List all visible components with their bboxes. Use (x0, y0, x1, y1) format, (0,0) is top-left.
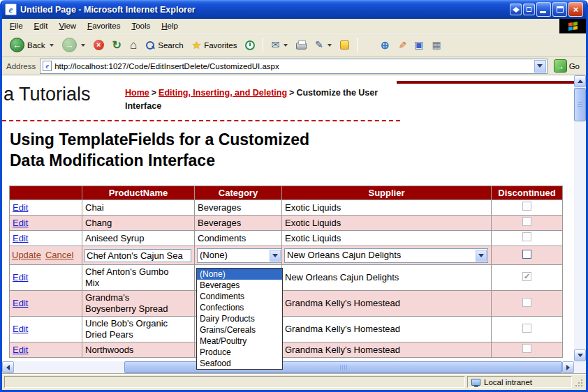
select-arrow-button[interactable] (476, 250, 487, 262)
minimize-button[interactable] (536, 2, 551, 17)
resize-grip[interactable] (574, 375, 584, 389)
arrow-right-icon (516, 7, 520, 13)
dropdown-option[interactable]: Condiments (197, 291, 282, 302)
select-arrow-button[interactable] (270, 250, 281, 262)
edit-link[interactable]: Edit (13, 298, 28, 308)
breadcrumb-home-link[interactable]: Home (125, 88, 149, 98)
address-label: Address (6, 62, 36, 70)
title-nav-arrows-button[interactable] (510, 3, 522, 15)
mail-button[interactable]: ✉ (267, 38, 291, 52)
scrollbar-corner (574, 361, 586, 373)
local-intranet-icon (471, 379, 480, 386)
mail-icon: ✉ (271, 40, 279, 50)
home-button[interactable]: ⌂ (126, 38, 140, 52)
forward-dropdown-icon (81, 44, 85, 47)
product-cell: Grandma's Boysenberry Spread (82, 291, 195, 317)
messenger-button[interactable] (337, 38, 353, 52)
edit-link[interactable]: Edit (13, 233, 28, 243)
maximize-icon (557, 6, 564, 13)
dropdown-option[interactable]: Seafood (197, 358, 282, 369)
scroll-left-button[interactable] (2, 361, 14, 373)
dropdown-option[interactable]: Meat/Poultry (197, 336, 282, 347)
print-button[interactable] (293, 38, 310, 52)
toolbar-extra-2-button[interactable]: ✎ (395, 38, 410, 52)
history-button[interactable] (242, 38, 258, 52)
refresh-button[interactable]: ↻ (109, 38, 125, 52)
product-name-input[interactable]: Chef Anton's Cajun Sea (84, 249, 191, 262)
supplier-select[interactable]: New Orleans Cajun Delights (284, 248, 488, 263)
title-bar[interactable]: e Untitled Page - Microsoft Internet Exp… (0, 0, 588, 19)
table-row: Edit Grandma's Boysenberry Spread Grandm… (10, 291, 563, 317)
discontinued-checkbox (522, 217, 531, 226)
search-button[interactable]: Search (142, 38, 186, 52)
edit-link[interactable]: Edit (13, 272, 28, 282)
dropdown-option[interactable]: Dairy Products (197, 313, 282, 324)
back-icon: ← (10, 38, 24, 52)
dropdown-option[interactable]: Confections (197, 302, 282, 313)
discontinued-checkbox[interactable] (522, 250, 531, 259)
menu-file[interactable]: File (4, 20, 29, 32)
window-controls: × (510, 2, 583, 17)
edit-link[interactable]: Edit (13, 345, 28, 355)
scroll-down-button[interactable] (574, 349, 586, 361)
back-label: Back (27, 41, 45, 50)
forward-button[interactable]: → (59, 36, 89, 54)
toolbar-extra-3-button[interactable]: ▣ (411, 38, 427, 52)
address-input[interactable]: e http://localhost:1027/Code/EditInsertD… (40, 59, 547, 74)
table-row: Edit Chef Anton's Gumbo Mix New Orleans … (10, 265, 563, 291)
horizontal-scroll-thumb[interactable] (124, 361, 562, 373)
table-row: Edit Uncle Bob's Organic Dried Pears Gra… (10, 317, 563, 342)
edit-link[interactable]: Edit (13, 324, 28, 334)
product-cell: Chang (82, 216, 195, 231)
site-banner: a Tutorials (3, 84, 91, 105)
arrow-down-icon (578, 354, 583, 357)
edit-link[interactable]: Edit (13, 202, 28, 213)
header-rule (397, 81, 574, 84)
address-dropdown-button[interactable] (534, 60, 546, 73)
menu-help[interactable]: Help (156, 20, 184, 32)
breadcrumb: Home>Editing, Inserting, and Deleting>Cu… (125, 86, 404, 114)
edit-link[interactable]: Edit (13, 218, 28, 228)
refresh-icon: ↻ (112, 40, 122, 50)
vertical-scroll-thumb[interactable] (574, 88, 586, 121)
status-message-pane (4, 376, 465, 388)
scroll-up-button[interactable] (574, 75, 586, 87)
close-button[interactable]: × (568, 2, 583, 17)
cancel-link[interactable]: Cancel (45, 250, 73, 260)
menu-view[interactable]: View (53, 20, 82, 32)
dropdown-option[interactable]: (None) (197, 269, 282, 280)
maximize-button[interactable] (552, 2, 567, 17)
update-link[interactable]: Update (12, 250, 41, 260)
menu-tools[interactable]: Tools (126, 20, 156, 32)
table-row: Edit Chai Beverages Exotic Liquids (10, 200, 563, 216)
category-dropdown-list: (None) Beverages Condiments Confections … (196, 268, 283, 370)
edit-button[interactable]: ✎ (311, 38, 335, 52)
arrow-right-icon (566, 365, 570, 370)
header-action (10, 186, 82, 200)
favorites-button[interactable]: ★ Favorites (189, 38, 241, 52)
category-cell: Condiments (195, 231, 282, 246)
category-select[interactable]: (None) (197, 248, 282, 263)
dropdown-option[interactable]: Produce (197, 347, 282, 358)
menu-favorites[interactable]: Favorites (82, 20, 126, 32)
horizontal-scrollbar[interactable] (2, 361, 574, 373)
dropdown-option[interactable]: Beverages (197, 280, 282, 291)
dropdown-option[interactable]: Grains/Cereals (197, 324, 282, 336)
search-icon (145, 40, 155, 50)
table-row: Edit Northwoods Grandma Kelly's Homestea… (10, 342, 563, 358)
chevron-down-icon (478, 254, 484, 257)
breadcrumb-section-link[interactable]: Editing, Inserting, and Deleting (159, 88, 287, 98)
grid-icon: ▦ (432, 40, 441, 50)
menu-edit[interactable]: Edit (29, 20, 54, 32)
vertical-scrollbar[interactable] (574, 75, 586, 373)
header-supplier: Supplier (282, 186, 492, 200)
ie-logo-icon: e (5, 3, 17, 15)
title-panel-button[interactable] (523, 3, 535, 15)
toolbar-extra-4-button[interactable]: ▦ (428, 38, 444, 52)
back-button[interactable]: ← Back (6, 36, 57, 54)
scroll-right-button[interactable] (562, 361, 574, 373)
header-discontinued: Discontinued (492, 186, 563, 200)
go-button[interactable]: → Go (552, 59, 582, 73)
toolbar-extra-1-button[interactable]: ⊕ (377, 38, 393, 52)
stop-button[interactable]: × (90, 38, 108, 52)
